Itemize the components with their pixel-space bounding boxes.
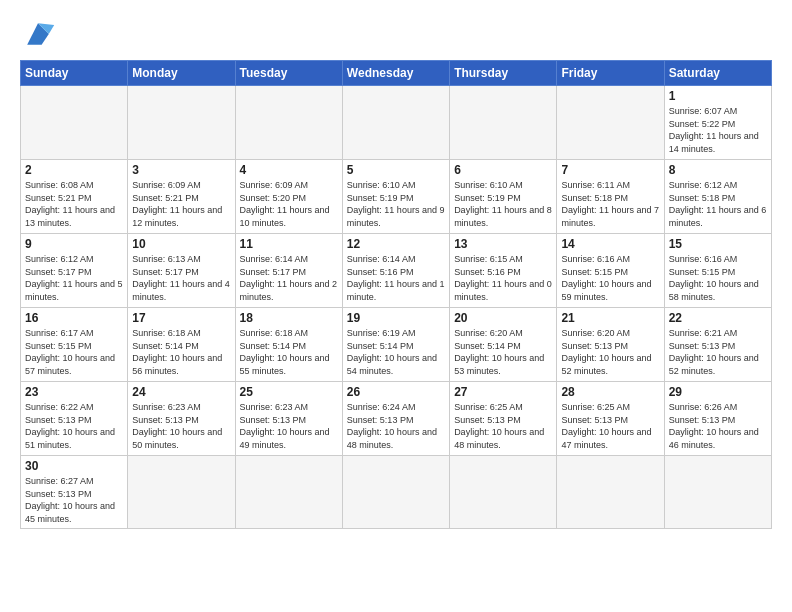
calendar-cell <box>557 456 664 529</box>
day-info: Sunrise: 6:12 AM Sunset: 5:17 PM Dayligh… <box>25 253 123 303</box>
logo <box>20 16 60 52</box>
day-number: 15 <box>669 237 767 251</box>
day-header-thursday: Thursday <box>450 61 557 86</box>
calendar-cell: 21Sunrise: 6:20 AM Sunset: 5:13 PM Dayli… <box>557 308 664 382</box>
day-header-wednesday: Wednesday <box>342 61 449 86</box>
day-number: 8 <box>669 163 767 177</box>
day-info: Sunrise: 6:17 AM Sunset: 5:15 PM Dayligh… <box>25 327 123 377</box>
calendar-cell: 3Sunrise: 6:09 AM Sunset: 5:21 PM Daylig… <box>128 160 235 234</box>
day-header-tuesday: Tuesday <box>235 61 342 86</box>
day-number: 26 <box>347 385 445 399</box>
calendar: SundayMondayTuesdayWednesdayThursdayFrid… <box>20 60 772 529</box>
day-info: Sunrise: 6:13 AM Sunset: 5:17 PM Dayligh… <box>132 253 230 303</box>
day-number: 20 <box>454 311 552 325</box>
day-number: 10 <box>132 237 230 251</box>
calendar-cell: 27Sunrise: 6:25 AM Sunset: 5:13 PM Dayli… <box>450 382 557 456</box>
calendar-cell: 13Sunrise: 6:15 AM Sunset: 5:16 PM Dayli… <box>450 234 557 308</box>
calendar-cell: 23Sunrise: 6:22 AM Sunset: 5:13 PM Dayli… <box>21 382 128 456</box>
day-info: Sunrise: 6:12 AM Sunset: 5:18 PM Dayligh… <box>669 179 767 229</box>
day-number: 27 <box>454 385 552 399</box>
calendar-cell <box>450 86 557 160</box>
day-number: 23 <box>25 385 123 399</box>
calendar-cell: 30Sunrise: 6:27 AM Sunset: 5:13 PM Dayli… <box>21 456 128 529</box>
calendar-week-row: 9Sunrise: 6:12 AM Sunset: 5:17 PM Daylig… <box>21 234 772 308</box>
day-number: 14 <box>561 237 659 251</box>
logo-icon <box>20 16 56 52</box>
day-info: Sunrise: 6:25 AM Sunset: 5:13 PM Dayligh… <box>561 401 659 451</box>
day-info: Sunrise: 6:16 AM Sunset: 5:15 PM Dayligh… <box>561 253 659 303</box>
day-info: Sunrise: 6:18 AM Sunset: 5:14 PM Dayligh… <box>240 327 338 377</box>
day-number: 7 <box>561 163 659 177</box>
calendar-cell: 4Sunrise: 6:09 AM Sunset: 5:20 PM Daylig… <box>235 160 342 234</box>
day-number: 29 <box>669 385 767 399</box>
calendar-week-row: 23Sunrise: 6:22 AM Sunset: 5:13 PM Dayli… <box>21 382 772 456</box>
calendar-cell: 19Sunrise: 6:19 AM Sunset: 5:14 PM Dayli… <box>342 308 449 382</box>
day-info: Sunrise: 6:22 AM Sunset: 5:13 PM Dayligh… <box>25 401 123 451</box>
day-number: 13 <box>454 237 552 251</box>
calendar-cell: 29Sunrise: 6:26 AM Sunset: 5:13 PM Dayli… <box>664 382 771 456</box>
day-info: Sunrise: 6:09 AM Sunset: 5:20 PM Dayligh… <box>240 179 338 229</box>
day-number: 28 <box>561 385 659 399</box>
day-number: 21 <box>561 311 659 325</box>
day-number: 2 <box>25 163 123 177</box>
day-number: 25 <box>240 385 338 399</box>
day-info: Sunrise: 6:20 AM Sunset: 5:14 PM Dayligh… <box>454 327 552 377</box>
day-number: 11 <box>240 237 338 251</box>
calendar-cell: 28Sunrise: 6:25 AM Sunset: 5:13 PM Dayli… <box>557 382 664 456</box>
calendar-cell: 24Sunrise: 6:23 AM Sunset: 5:13 PM Dayli… <box>128 382 235 456</box>
calendar-cell: 11Sunrise: 6:14 AM Sunset: 5:17 PM Dayli… <box>235 234 342 308</box>
calendar-cell: 7Sunrise: 6:11 AM Sunset: 5:18 PM Daylig… <box>557 160 664 234</box>
day-number: 12 <box>347 237 445 251</box>
calendar-cell: 9Sunrise: 6:12 AM Sunset: 5:17 PM Daylig… <box>21 234 128 308</box>
calendar-cell: 12Sunrise: 6:14 AM Sunset: 5:16 PM Dayli… <box>342 234 449 308</box>
day-number: 9 <box>25 237 123 251</box>
day-info: Sunrise: 6:15 AM Sunset: 5:16 PM Dayligh… <box>454 253 552 303</box>
calendar-week-row: 2Sunrise: 6:08 AM Sunset: 5:21 PM Daylig… <box>21 160 772 234</box>
calendar-cell: 16Sunrise: 6:17 AM Sunset: 5:15 PM Dayli… <box>21 308 128 382</box>
day-info: Sunrise: 6:07 AM Sunset: 5:22 PM Dayligh… <box>669 105 767 155</box>
day-info: Sunrise: 6:24 AM Sunset: 5:13 PM Dayligh… <box>347 401 445 451</box>
day-info: Sunrise: 6:19 AM Sunset: 5:14 PM Dayligh… <box>347 327 445 377</box>
calendar-cell <box>342 86 449 160</box>
day-header-monday: Monday <box>128 61 235 86</box>
calendar-cell: 15Sunrise: 6:16 AM Sunset: 5:15 PM Dayli… <box>664 234 771 308</box>
day-number: 17 <box>132 311 230 325</box>
day-info: Sunrise: 6:11 AM Sunset: 5:18 PM Dayligh… <box>561 179 659 229</box>
calendar-cell: 18Sunrise: 6:18 AM Sunset: 5:14 PM Dayli… <box>235 308 342 382</box>
day-header-saturday: Saturday <box>664 61 771 86</box>
calendar-cell <box>235 456 342 529</box>
day-info: Sunrise: 6:23 AM Sunset: 5:13 PM Dayligh… <box>240 401 338 451</box>
calendar-cell: 26Sunrise: 6:24 AM Sunset: 5:13 PM Dayli… <box>342 382 449 456</box>
calendar-cell: 6Sunrise: 6:10 AM Sunset: 5:19 PM Daylig… <box>450 160 557 234</box>
day-number: 19 <box>347 311 445 325</box>
calendar-cell <box>21 86 128 160</box>
page: SundayMondayTuesdayWednesdayThursdayFrid… <box>0 0 792 539</box>
calendar-cell <box>128 456 235 529</box>
day-number: 24 <box>132 385 230 399</box>
day-info: Sunrise: 6:23 AM Sunset: 5:13 PM Dayligh… <box>132 401 230 451</box>
day-info: Sunrise: 6:14 AM Sunset: 5:17 PM Dayligh… <box>240 253 338 303</box>
calendar-cell: 10Sunrise: 6:13 AM Sunset: 5:17 PM Dayli… <box>128 234 235 308</box>
calendar-cell <box>557 86 664 160</box>
day-info: Sunrise: 6:09 AM Sunset: 5:21 PM Dayligh… <box>132 179 230 229</box>
day-info: Sunrise: 6:21 AM Sunset: 5:13 PM Dayligh… <box>669 327 767 377</box>
calendar-header-row: SundayMondayTuesdayWednesdayThursdayFrid… <box>21 61 772 86</box>
day-info: Sunrise: 6:08 AM Sunset: 5:21 PM Dayligh… <box>25 179 123 229</box>
day-number: 4 <box>240 163 338 177</box>
day-info: Sunrise: 6:16 AM Sunset: 5:15 PM Dayligh… <box>669 253 767 303</box>
calendar-cell: 20Sunrise: 6:20 AM Sunset: 5:14 PM Dayli… <box>450 308 557 382</box>
day-info: Sunrise: 6:25 AM Sunset: 5:13 PM Dayligh… <box>454 401 552 451</box>
calendar-cell: 14Sunrise: 6:16 AM Sunset: 5:15 PM Dayli… <box>557 234 664 308</box>
calendar-cell <box>235 86 342 160</box>
day-info: Sunrise: 6:14 AM Sunset: 5:16 PM Dayligh… <box>347 253 445 303</box>
day-number: 18 <box>240 311 338 325</box>
day-number: 6 <box>454 163 552 177</box>
day-number: 5 <box>347 163 445 177</box>
calendar-cell: 2Sunrise: 6:08 AM Sunset: 5:21 PM Daylig… <box>21 160 128 234</box>
day-number: 16 <box>25 311 123 325</box>
calendar-week-row: 1Sunrise: 6:07 AM Sunset: 5:22 PM Daylig… <box>21 86 772 160</box>
day-info: Sunrise: 6:20 AM Sunset: 5:13 PM Dayligh… <box>561 327 659 377</box>
day-number: 22 <box>669 311 767 325</box>
calendar-week-row: 16Sunrise: 6:17 AM Sunset: 5:15 PM Dayli… <box>21 308 772 382</box>
calendar-cell: 25Sunrise: 6:23 AM Sunset: 5:13 PM Dayli… <box>235 382 342 456</box>
